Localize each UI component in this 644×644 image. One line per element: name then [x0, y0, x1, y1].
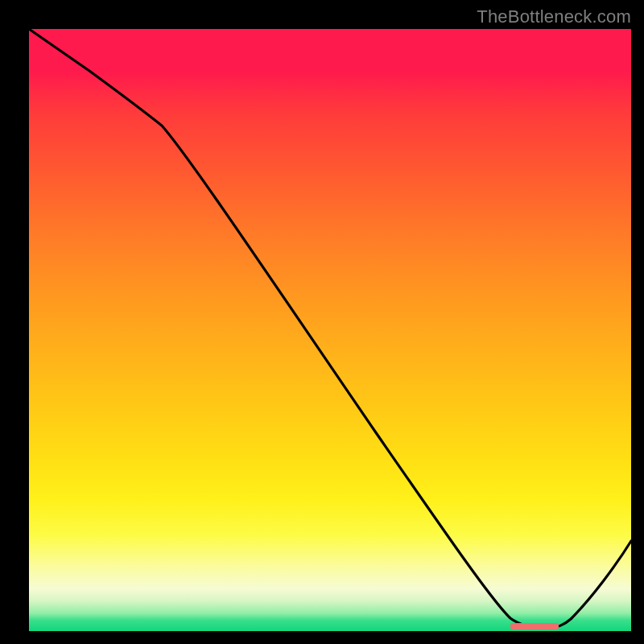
- bottleneck-curve: [29, 29, 631, 631]
- chart-frame: TheBottleneck.com: [0, 0, 644, 644]
- optimal-marker: [510, 623, 559, 630]
- watermark-text: TheBottleneck.com: [477, 6, 631, 27]
- plot-area: [29, 29, 631, 631]
- curve-path: [29, 29, 631, 628]
